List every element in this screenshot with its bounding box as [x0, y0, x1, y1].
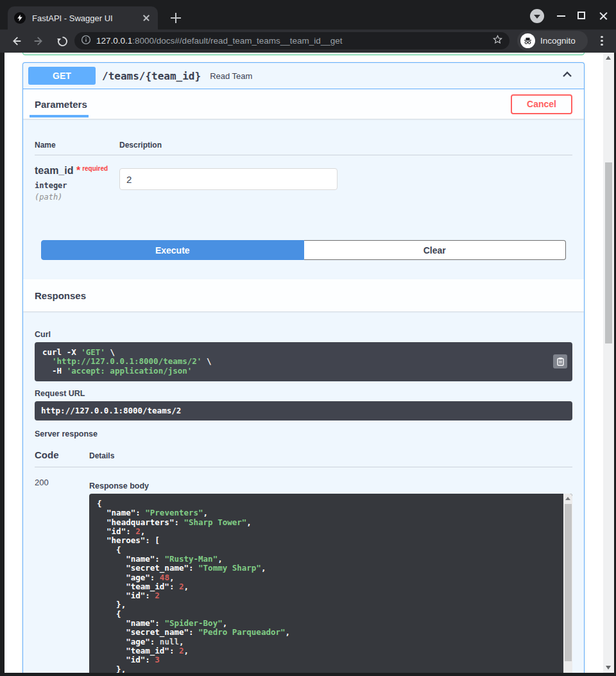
execute-button[interactable]: Execute — [41, 240, 304, 260]
browser-tab[interactable]: FastAPI - Swagger UI — [8, 6, 158, 30]
response-body-code: { "name": "Preventers", "headquarters": … — [89, 494, 572, 673]
endpoint-summary: Read Team — [210, 71, 252, 81]
incognito-label: Incognito — [540, 36, 576, 46]
required-label: required — [82, 165, 108, 172]
cancel-button[interactable]: Cancel — [511, 94, 572, 114]
parameter-location: (path) — [35, 193, 119, 202]
parameters-section: Name Description team_id *required integ… — [23, 119, 584, 279]
response-scrollbar-thumb[interactable] — [565, 504, 572, 661]
previous-opblock-edge — [22, 53, 585, 55]
request-url-block: http://127.0.0.1:8000/teams/2 — [35, 401, 572, 420]
name-column-header: Name — [35, 141, 119, 150]
address-bar[interactable]: 127.0.0.1:8000/docs#/default/read_team_t… — [74, 32, 509, 49]
fastapi-favicon-icon — [14, 12, 26, 24]
site-info-icon[interactable] — [81, 35, 91, 48]
browser-update-icon[interactable] — [530, 9, 544, 23]
details-column-header: Details — [89, 451, 114, 460]
team-id-input[interactable] — [119, 168, 338, 190]
bookmark-star-icon[interactable] — [492, 34, 503, 48]
page-scrollbar[interactable] — [603, 53, 614, 673]
execute-row: Execute Clear — [41, 240, 566, 260]
response-row: 200 Response body { "name": "Preventers"… — [35, 476, 572, 673]
parameter-type: integer — [35, 181, 119, 190]
active-tab-indicator — [30, 115, 89, 118]
incognito-icon — [520, 33, 535, 48]
curl-label: Curl — [35, 330, 572, 339]
scroll-up-arrow-icon[interactable] — [565, 497, 570, 500]
responses-section: Curl curl -X 'GET' \ 'http://127.0.0.1:8… — [23, 311, 584, 673]
opblock-get-teams: GET /teams/{team_id} Read Team Parameter… — [22, 62, 585, 673]
browser-menu-button[interactable] — [599, 34, 604, 48]
swagger-page: GET /teams/{team_id} Read Team Parameter… — [4, 53, 603, 673]
forward-button[interactable] — [31, 33, 47, 49]
parameter-name: team_id *required — [35, 165, 119, 177]
tab-parameters[interactable]: Parameters — [23, 89, 99, 119]
copy-to-clipboard-button[interactable] — [553, 354, 567, 368]
tab-title: FastAPI - Swagger UI — [32, 13, 141, 23]
back-button[interactable] — [8, 33, 24, 49]
responses-title: Responses — [23, 290, 86, 301]
parameters-section-header: Parameters Cancel — [23, 89, 584, 119]
request-url-value: http://127.0.0.1:8000/teams/2 — [41, 406, 566, 415]
opblock-summary[interactable]: GET /teams/{team_id} Read Team — [23, 63, 584, 89]
response-body-label: Response body — [89, 476, 572, 490]
window-minimize-button[interactable] — [557, 15, 565, 17]
status-code: 200 — [35, 476, 89, 673]
reload-button[interactable] — [54, 33, 71, 49]
curl-code: curl -X 'GET' \ 'http://127.0.0.1:8000/t… — [42, 348, 565, 376]
collapse-chevron-icon[interactable] — [562, 70, 572, 82]
tab-close-icon[interactable] — [141, 13, 151, 23]
curl-block: curl -X 'GET' \ 'http://127.0.0.1:8000/t… — [35, 342, 572, 381]
response-body-block: { "name": "Preventers", "headquarters": … — [89, 494, 572, 673]
required-asterisk: * — [73, 165, 80, 176]
window-maximize-button[interactable] — [578, 12, 585, 19]
url-text[interactable]: 127.0.0.1:8000/docs#/default/read_team_t… — [96, 36, 492, 46]
parameters-tab-label: Parameters — [35, 99, 87, 110]
code-column-header: Code — [35, 449, 89, 460]
responses-section-header: Responses — [23, 279, 584, 311]
parameter-row: team_id *required integer (path) — [35, 155, 572, 202]
new-tab-button[interactable] — [168, 10, 185, 26]
parameters-table-header: Name Description — [35, 141, 572, 155]
response-body-scrollbar[interactable] — [563, 494, 572, 673]
page-scroll-up-icon[interactable] — [606, 56, 611, 60]
page-scrollbar-thumb[interactable] — [605, 162, 612, 343]
clear-button[interactable]: Clear — [304, 240, 567, 260]
endpoint-path: /teams/{team_id} — [102, 70, 201, 82]
server-response-label: Server response — [35, 429, 572, 438]
page-scroll-down-icon[interactable] — [606, 666, 611, 670]
method-get-badge: GET — [28, 67, 96, 85]
request-url-label: Request URL — [35, 389, 572, 398]
description-column-header: Description — [119, 141, 162, 150]
window-titlebar: FastAPI - Swagger UI — [0, 0, 616, 30]
window-close-button[interactable] — [599, 11, 609, 21]
incognito-badge: Incognito — [517, 31, 588, 51]
response-table-header: Code Details — [35, 449, 572, 467]
